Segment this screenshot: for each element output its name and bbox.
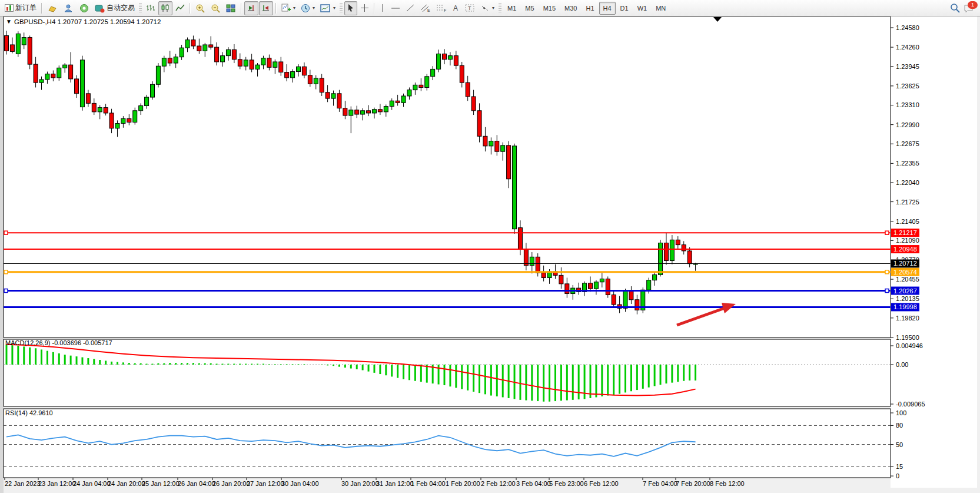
- candle-up: [600, 279, 604, 282]
- arrows-button[interactable]: ▾: [478, 1, 497, 15]
- price-tick-label: 1.21405: [896, 218, 919, 225]
- candle-down: [606, 279, 610, 295]
- text-button[interactable]: A: [450, 1, 462, 15]
- candle-up: [384, 107, 388, 112]
- price-badge-label: 1.20574: [893, 269, 917, 276]
- template-icon: [320, 4, 331, 13]
- candle-up: [115, 124, 119, 128]
- chat-button[interactable]: 1: [964, 4, 974, 13]
- macd-tick-label: 0.004946: [896, 342, 923, 349]
- chart-shift-button[interactable]: [259, 1, 273, 15]
- svg-text:T: T: [468, 5, 471, 11]
- candle-down: [285, 72, 289, 78]
- channel-button[interactable]: E: [418, 1, 433, 15]
- tab-m15[interactable]: M15: [539, 2, 560, 15]
- horizontal-line-button[interactable]: [388, 1, 403, 15]
- zoom-in-button[interactable]: [193, 1, 208, 15]
- chart-plot-area[interactable]: [4, 16, 891, 338]
- price-badge-label: 1.20948: [893, 246, 917, 253]
- candle-up: [297, 67, 301, 71]
- tab-d1[interactable]: D1: [616, 2, 633, 15]
- bar-chart-button[interactable]: [144, 1, 158, 15]
- profile-button[interactable]: [61, 1, 76, 15]
- candle-down: [664, 243, 668, 260]
- tab-m30[interactable]: M30: [560, 2, 581, 15]
- candle-up: [63, 65, 67, 68]
- candle-up: [390, 101, 394, 106]
- auto-scroll-button[interactable]: [244, 1, 258, 15]
- autotrade-button[interactable]: 自动交易: [92, 1, 137, 15]
- candle-up: [139, 106, 143, 111]
- time-tick-label: 23 Jan 12:00: [38, 480, 76, 487]
- macd-panel[interactable]: [4, 339, 891, 406]
- price-tick-label: 1.23945: [896, 63, 919, 70]
- trendline-button[interactable]: [403, 1, 417, 15]
- text-label-button[interactable]: T: [463, 1, 477, 15]
- line-handle[interactable]: [885, 289, 889, 293]
- rsi-tick-label: 100: [896, 409, 906, 416]
- period-button[interactable]: ▾: [298, 1, 317, 15]
- zoom-out-button[interactable]: [208, 1, 223, 15]
- candle-down: [612, 295, 616, 305]
- candle-down: [51, 74, 55, 78]
- main-toolbar: 新订单 自动交易 ▾ ▾: [0, 0, 980, 16]
- candle-down: [86, 94, 90, 104]
- tile-windows-button[interactable]: [224, 1, 238, 15]
- chevron-down-icon: ▾: [492, 5, 494, 11]
- tab-mn[interactable]: MN: [652, 2, 670, 15]
- line-handle[interactable]: [4, 289, 8, 293]
- market-button[interactable]: [45, 1, 60, 15]
- line-handle[interactable]: [885, 231, 889, 234]
- price-badge-label: 1.20267: [893, 287, 917, 295]
- time-tick-label: 25 Jan 12:00: [142, 480, 180, 487]
- symbol-dropdown-icon[interactable]: ▼: [6, 18, 12, 25]
- time-tick-label: 3 Feb 04:00: [516, 480, 551, 487]
- candle-up: [647, 280, 651, 290]
- time-tick-label: 30 Jan 04:00: [281, 480, 319, 487]
- candle-down: [367, 111, 371, 113]
- text-label-icon: T: [465, 4, 475, 12]
- candle-down: [518, 228, 522, 249]
- candle-up: [401, 96, 406, 102]
- line-chart-button[interactable]: [173, 1, 187, 15]
- fibonacci-icon: F: [436, 4, 447, 12]
- candle-down: [337, 94, 341, 108]
- window-left-edge: [0, 16, 4, 493]
- candle-up: [448, 56, 452, 59]
- time-tick-label: 27 Jan 12:00: [247, 480, 284, 487]
- candle-chart-button[interactable]: [158, 1, 172, 15]
- candle-up: [57, 68, 61, 78]
- tab-m1[interactable]: M1: [503, 2, 520, 15]
- fibonacci-button[interactable]: F: [434, 1, 449, 15]
- time-tick-label: 8 Feb 12:00: [710, 480, 745, 487]
- time-tick-label: 7 Feb 20:00: [676, 480, 710, 487]
- crosshair-button[interactable]: [358, 1, 371, 15]
- signal-button[interactable]: [77, 1, 92, 15]
- tab-h1[interactable]: H1: [582, 2, 598, 15]
- tab-h4[interactable]: H4: [599, 2, 616, 15]
- add-indicator-button[interactable]: ▾: [279, 1, 298, 15]
- tab-m5[interactable]: M5: [521, 2, 538, 15]
- search-icon[interactable]: [950, 3, 960, 13]
- line-handle[interactable]: [4, 270, 8, 274]
- candle-up: [133, 111, 137, 123]
- candle-up: [413, 85, 417, 90]
- candle-up: [594, 282, 598, 289]
- candle-down: [635, 300, 639, 310]
- time-tick-label: 22 Jan 2023: [5, 480, 41, 487]
- template-button[interactable]: ▾: [318, 1, 338, 15]
- text-icon: A: [452, 4, 460, 12]
- candle-down: [209, 45, 213, 47]
- line-handle[interactable]: [885, 270, 889, 274]
- price-badge-label: 1.21217: [893, 229, 917, 236]
- new-order-button[interactable]: 新订单: [2, 1, 39, 15]
- vertical-line-button[interactable]: [377, 1, 388, 15]
- line-handle[interactable]: [4, 231, 8, 234]
- candle-up: [221, 56, 225, 62]
- cursor-button[interactable]: [344, 1, 357, 15]
- candle-down: [104, 108, 108, 113]
- svg-text:E: E: [427, 8, 430, 12]
- tab-w1[interactable]: W1: [633, 2, 652, 15]
- rsi-panel[interactable]: [4, 409, 891, 478]
- candle-up: [151, 84, 155, 97]
